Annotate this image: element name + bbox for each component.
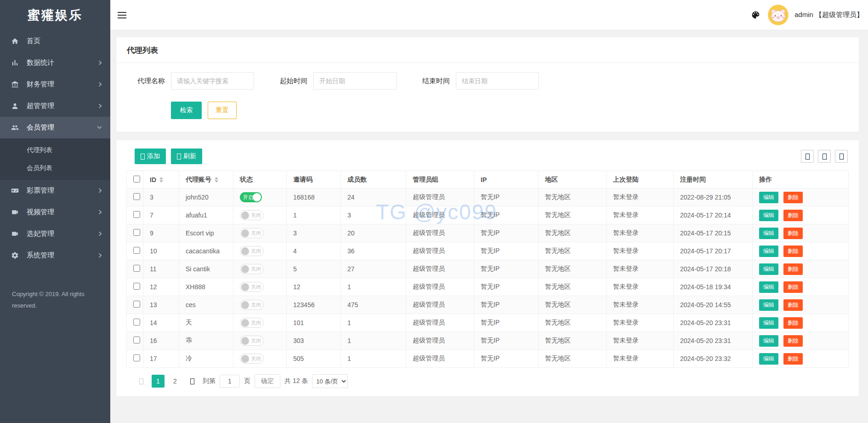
edit-button[interactable]: 编辑 <box>759 192 778 203</box>
refresh-button[interactable]: 刷新 <box>171 149 202 164</box>
add-button[interactable]: 添加 <box>135 149 166 164</box>
sidebar-item-lottery[interactable]: 彩票管理 <box>0 180 110 201</box>
edit-button[interactable]: 编辑 <box>759 299 778 311</box>
delete-button[interactable]: 删除 <box>783 317 803 329</box>
cell-members: 20 <box>341 224 406 242</box>
page-1-button[interactable]: 1 <box>152 375 165 388</box>
row-checkbox[interactable] <box>133 283 140 290</box>
sidebar-item-concubine[interactable]: 选妃管理 <box>0 223 110 245</box>
sidebar-item-member-list[interactable]: 会员列表 <box>0 159 110 177</box>
delete-button[interactable]: 删除 <box>783 210 803 221</box>
status-toggle-off[interactable]: 关闭 <box>240 318 264 328</box>
toggle-knob <box>241 212 249 219</box>
user-avatar[interactable] <box>768 5 789 25</box>
chevron-right-icon <box>97 104 102 109</box>
page-2-button[interactable]: 2 <box>169 375 182 388</box>
hamburger-menu-icon[interactable] <box>118 7 133 23</box>
status-toggle-off[interactable]: 关闭 <box>240 336 264 346</box>
delete-button[interactable]: 删除 <box>783 228 803 239</box>
end-date-input[interactable] <box>456 72 539 90</box>
edit-button[interactable]: 编辑 <box>759 210 778 221</box>
edit-button[interactable]: 编辑 <box>759 317 778 329</box>
per-page-select[interactable]: 10 条/页 <box>312 374 348 388</box>
status-toggle-on[interactable]: 开启 <box>240 192 262 202</box>
confirm-button[interactable]: 确定 <box>255 374 280 388</box>
cell-region: 暂无地区 <box>539 189 607 206</box>
status-toggle-off[interactable]: 关闭 <box>240 282 264 292</box>
select-all-checkbox[interactable] <box>133 176 140 183</box>
delete-button[interactable]: 删除 <box>783 281 803 293</box>
delete-button[interactable]: 删除 <box>783 246 803 257</box>
status-toggle-off[interactable]: 关闭 <box>240 228 264 238</box>
cell-id: 10 <box>143 242 179 260</box>
goto-page-input[interactable] <box>220 375 240 388</box>
status-toggle-off[interactable]: 关闭 <box>240 264 264 274</box>
cell-members: 1 <box>341 314 406 332</box>
status-toggle-off[interactable]: 关闭 <box>240 300 264 310</box>
edit-button[interactable]: 编辑 <box>759 246 778 257</box>
prev-page-button[interactable] <box>135 375 148 388</box>
cell-region: 暂无地区 <box>539 206 607 224</box>
cell-invite-code: 4 <box>287 242 341 260</box>
cell-last-login: 暂未登录 <box>607 314 674 332</box>
cell-account: cacacantika <box>179 242 233 260</box>
cell-invite-code: 5 <box>287 260 341 278</box>
edit-button[interactable]: 编辑 <box>759 228 778 239</box>
cell-reg-time: 2024-05-17 20:14 <box>674 206 753 224</box>
status-toggle-off[interactable]: 关闭 <box>240 210 264 220</box>
sidebar-item-label: 超管管理 <box>27 102 54 110</box>
row-checkbox[interactable] <box>133 301 140 308</box>
delete-button[interactable]: 删除 <box>783 192 803 203</box>
cell-invite-code: 303 <box>287 332 341 350</box>
sidebar-item-agent-list[interactable]: 代理列表 <box>0 141 110 159</box>
sidebar-item-superadmin[interactable]: 超管管理 <box>0 95 110 117</box>
sidebar: 蜜獾娱乐 首页 数据统计 财务管理 超管管理 会员管理 代理列表 会员列表 彩票… <box>0 0 110 423</box>
edit-button[interactable]: 编辑 <box>759 263 778 275</box>
header-account[interactable]: 代理账号 <box>179 171 233 189</box>
search-button[interactable]: 检索 <box>171 102 202 119</box>
theme-palette-icon[interactable] <box>750 9 762 21</box>
edit-button[interactable]: 编辑 <box>759 353 778 365</box>
reset-button[interactable]: 重置 <box>208 102 237 119</box>
table-tool-print-button[interactable] <box>835 150 848 163</box>
sort-icon[interactable] <box>159 177 163 183</box>
sort-icon[interactable] <box>215 177 218 183</box>
logged-in-user[interactable]: admin 【超级管理员】 <box>794 11 863 19</box>
cell-invite-code: 12 <box>287 278 341 296</box>
sidebar-item-video[interactable]: 视频管理 <box>0 201 110 223</box>
sidebar-item-system[interactable]: 系统管理 <box>0 245 110 266</box>
sidebar-item-members[interactable]: 会员管理 <box>0 117 110 138</box>
row-checkbox[interactable] <box>133 337 140 343</box>
agent-name-input[interactable] <box>171 72 254 90</box>
sidebar-item-home[interactable]: 首页 <box>0 30 110 52</box>
delete-button[interactable]: 删除 <box>783 335 803 347</box>
row-checkbox[interactable] <box>133 319 140 326</box>
page-unit-label: 页 <box>244 377 250 385</box>
delete-button[interactable]: 删除 <box>783 353 803 365</box>
sidebar-item-statistics[interactable]: 数据统计 <box>0 52 110 74</box>
table-row: 7 afuafu1 关闭 1 3 超级管理员 暂无IP 暂无地区 暂未登录 20… <box>127 206 849 224</box>
row-checkbox[interactable] <box>133 354 140 361</box>
cell-region: 暂无地区 <box>539 224 607 242</box>
edit-button[interactable]: 编辑 <box>759 335 778 347</box>
cell-members: 27 <box>341 260 406 278</box>
header-id[interactable]: ID <box>143 171 179 189</box>
status-toggle-off[interactable]: 关闭 <box>240 246 264 256</box>
cell-invite-code: 168168 <box>287 189 341 206</box>
delete-button[interactable]: 删除 <box>783 263 803 275</box>
start-date-input[interactable] <box>313 72 397 90</box>
sidebar-item-finance[interactable]: 财务管理 <box>0 74 110 95</box>
delete-button[interactable]: 删除 <box>783 299 803 311</box>
end-time-label: 结束时间 <box>422 77 450 86</box>
status-toggle-off[interactable]: 关闭 <box>240 354 264 364</box>
next-page-button[interactable] <box>186 375 199 388</box>
row-checkbox[interactable] <box>133 247 140 254</box>
table-tool-export-button[interactable] <box>818 150 831 163</box>
row-checkbox[interactable] <box>133 193 140 200</box>
table-row: 10 cacacantika 关闭 4 36 超级管理员 暂无IP 暂无地区 暂… <box>127 242 849 260</box>
row-checkbox[interactable] <box>133 265 140 272</box>
table-tool-filter-button[interactable] <box>801 150 814 163</box>
row-checkbox[interactable] <box>133 211 140 218</box>
row-checkbox[interactable] <box>133 229 140 236</box>
edit-button[interactable]: 编辑 <box>759 281 778 293</box>
